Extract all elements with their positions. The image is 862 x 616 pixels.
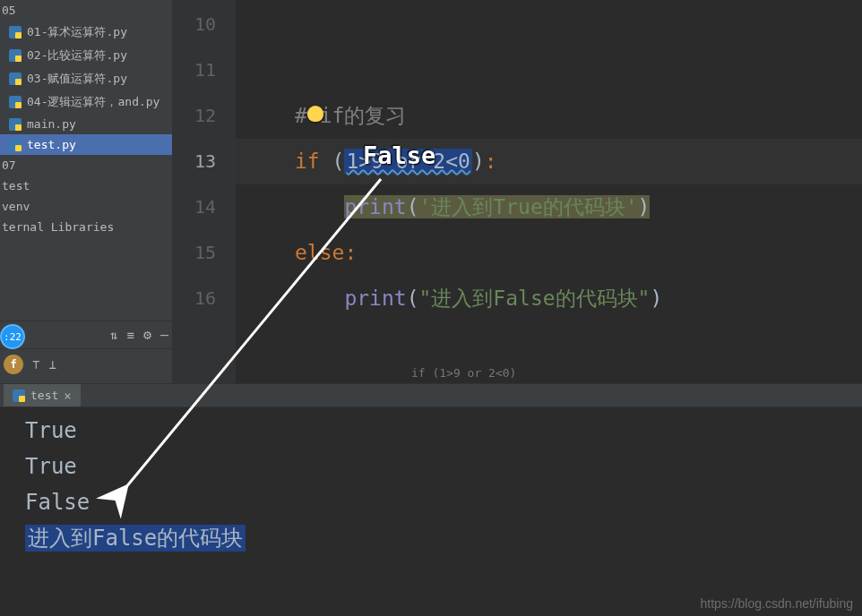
function-badge[interactable]: f: [4, 355, 23, 374]
sort-icon[interactable]: ⇅: [110, 328, 117, 342]
code-line-14: print('进入到True的代码块'): [236, 184, 862, 230]
code-editor[interactable]: 10 11 12 13 14 15 16 # if的复习 if (1>9 or …: [173, 0, 862, 383]
file-label: test.py: [27, 138, 76, 151]
python-icon: [9, 73, 22, 85]
code-line-16: print("进入到False的代码块"): [236, 276, 862, 321]
notification-badge[interactable]: :22: [0, 324, 25, 349]
structure-toolbar: e ⇅ ≡: [0, 321, 172, 348]
line-number: 10: [173, 2, 236, 47]
filter-icon[interactable]: ≡: [127, 328, 134, 342]
folder-venv[interactable]: venv: [0, 196, 172, 217]
python-icon: [13, 389, 25, 402]
intention-bulb-icon[interactable]: [307, 106, 323, 122]
collapse2-icon[interactable]: ⊥: [48, 357, 56, 372]
console-output[interactable]: True True False 进入到False的代码块: [0, 407, 862, 616]
close-icon[interactable]: ×: [64, 389, 71, 403]
collapse-icon[interactable]: [160, 327, 168, 343]
file-label: 02-比较运算符.py: [27, 47, 127, 64]
file-item-4[interactable]: main.py: [0, 114, 172, 134]
python-icon: [9, 49, 22, 62]
python-icon: [9, 26, 22, 38]
file-item-3[interactable]: 04-逻辑运算符，and.py: [0, 90, 172, 114]
gutter: 10 11 12 13 14 15 16: [173, 0, 236, 383]
console-line: True: [25, 413, 862, 449]
code-line-10: [236, 2, 862, 47]
file-label: 01-算术运算符.py: [27, 24, 127, 40]
line-number: 12: [173, 93, 236, 139]
code-line-12: # if的复习: [236, 93, 862, 139]
python-icon: [9, 139, 22, 151]
console-line: 进入到False的代码块: [25, 520, 862, 556]
line-number: 16: [173, 276, 236, 321]
file-item-2[interactable]: 03-赋值运算符.py: [0, 67, 172, 90]
python-icon: [9, 118, 22, 131]
line-number: 13: [173, 139, 236, 184]
folder-05[interactable]: 05: [0, 0, 172, 21]
python-icon: [9, 96, 22, 108]
file-label: 04-逻辑运算符，and.py: [27, 94, 159, 110]
file-label: 03-赋值运算符.py: [27, 71, 127, 87]
expand-icon[interactable]: ⊤: [32, 357, 39, 372]
run-tab-bar: test ×: [0, 383, 862, 407]
breadcrumb[interactable]: if (1>9 or 2<0): [404, 363, 523, 383]
line-number: 14: [173, 184, 236, 230]
line-number: 11: [173, 47, 236, 93]
structure-row2: f ⊤ ⊥: [0, 348, 172, 383]
line-number: 15: [173, 230, 236, 276]
file-item-5[interactable]: test.py: [0, 134, 172, 155]
code-area[interactable]: # if的复习 if (1>9 or 2<0): print('进入到True的…: [236, 0, 862, 383]
console-line: False: [25, 484, 862, 520]
external-libraries[interactable]: ternal Libraries: [0, 217, 172, 237]
console-line: True: [25, 449, 862, 484]
code-line-11: [236, 47, 862, 93]
run-tab-label: test: [30, 389, 58, 402]
gear-icon[interactable]: [143, 327, 151, 343]
code-line-13: if (1>9 or 2<0):: [236, 139, 862, 184]
watermark: https://blog.csdn.net/ifubing: [701, 596, 853, 611]
file-label: main.py: [27, 117, 76, 131]
project-sidebar: 05 01-算术运算符.py 02-比较运算符.py 03-赋值运算符.py 0…: [0, 0, 173, 383]
code-line-15: else:: [236, 230, 862, 276]
file-item-0[interactable]: 01-算术运算符.py: [0, 21, 172, 44]
folder-test[interactable]: test: [0, 175, 172, 196]
folder-07[interactable]: 07: [0, 155, 172, 175]
file-item-1[interactable]: 02-比较运算符.py: [0, 44, 172, 67]
file-tree: 05 01-算术运算符.py 02-比较运算符.py 03-赋值运算符.py 0…: [0, 0, 172, 237]
run-tab-test[interactable]: test ×: [4, 384, 81, 406]
